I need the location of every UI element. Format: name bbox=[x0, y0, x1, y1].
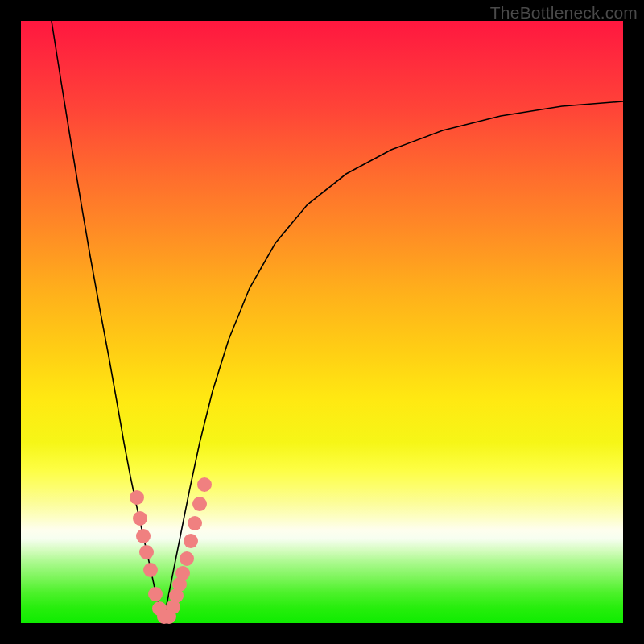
curve-left-descent bbox=[52, 21, 164, 617]
curve-right-ascent bbox=[164, 101, 623, 617]
highlight-dot bbox=[136, 529, 151, 543]
watermark-text: TheBottleneck.com bbox=[490, 3, 638, 23]
highlight-dot bbox=[197, 477, 212, 492]
highlight-dot bbox=[184, 534, 198, 548]
highlight-dot bbox=[180, 551, 194, 566]
highlight-dot bbox=[148, 587, 163, 601]
highlight-dot bbox=[130, 490, 144, 505]
highlight-dot bbox=[188, 516, 202, 530]
highlight-dot bbox=[133, 511, 147, 526]
highlight-dot bbox=[192, 497, 207, 511]
highlight-dot bbox=[175, 566, 190, 580]
highlight-dot bbox=[143, 563, 158, 577]
highlight-dots bbox=[130, 477, 212, 624]
chart-svg bbox=[21, 21, 623, 623]
highlight-dot bbox=[139, 545, 154, 559]
